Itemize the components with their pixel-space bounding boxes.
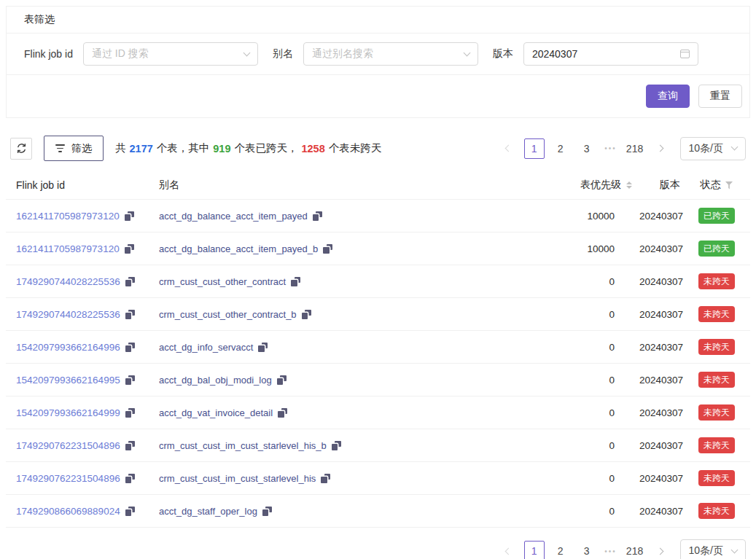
page-size-select[interactable]: 10条/页 bbox=[680, 137, 746, 160]
copy-icon[interactable] bbox=[125, 408, 135, 418]
column-header-alias: 别名 bbox=[159, 171, 530, 200]
query-button[interactable]: 查询 bbox=[646, 85, 690, 108]
flink-job-id-link[interactable]: 1621411705987973120 bbox=[16, 211, 120, 222]
page-button-1[interactable]: 1 bbox=[524, 138, 545, 159]
copy-icon[interactable] bbox=[125, 244, 134, 254]
column-header-status[interactable]: 状态 bbox=[683, 171, 750, 200]
flink-job-id-link[interactable]: 1749290744028225536 bbox=[16, 309, 120, 320]
page-size-label: 10条/页 bbox=[689, 544, 723, 558]
page-button-2[interactable]: 2 bbox=[550, 138, 571, 159]
alias-link[interactable]: acct_dg_staff_oper_log bbox=[159, 506, 257, 517]
priority-cell: 0 bbox=[530, 265, 639, 298]
page-button-3[interactable]: 3 bbox=[577, 541, 597, 559]
filter-card-title: 表筛选 bbox=[24, 13, 55, 25]
sort-icon[interactable] bbox=[626, 181, 632, 189]
copy-icon[interactable] bbox=[323, 244, 332, 254]
summary-mid1: 个表，其中 bbox=[157, 141, 210, 155]
bottom-bar: 1 2 3 ••• 218 10条/页 bbox=[10, 539, 746, 559]
reset-button[interactable]: 重置 bbox=[698, 85, 742, 108]
flink-job-id-link[interactable]: 1749290744028225536 bbox=[16, 276, 120, 287]
filter-card: 表筛选 Flink job id 通过 ID 搜索 别名 通过别名搜索 版本 bbox=[6, 6, 750, 118]
page-button-last[interactable]: 218 bbox=[625, 541, 645, 559]
copy-icon[interactable] bbox=[258, 343, 268, 352]
alias-link[interactable]: acct_dg_balance_acct_item_payed bbox=[159, 211, 308, 222]
page-size-select[interactable]: 10条/页 bbox=[680, 539, 746, 559]
tables-table: Flink job id 别名 表优先级 版本 状态 bbox=[6, 171, 750, 528]
copy-icon[interactable] bbox=[262, 507, 272, 516]
alias-link[interactable]: acct_dg_vat_invoice_detail bbox=[159, 407, 273, 418]
filter-button-label: 筛选 bbox=[71, 142, 92, 155]
alias-link[interactable]: acct_dg_bal_obj_modi_log bbox=[159, 375, 272, 386]
status-badge: 未跨天 bbox=[698, 404, 735, 420]
copy-icon[interactable] bbox=[125, 310, 135, 319]
flink-job-id-link[interactable]: 1749290762231504896 bbox=[16, 440, 120, 451]
prev-page-button[interactable] bbox=[499, 541, 518, 559]
table-row: 1749290744028225536 crm_cust_cust_other_… bbox=[6, 298, 750, 331]
flink-job-id-link[interactable]: 1542097993662164996 bbox=[16, 342, 120, 353]
filter-actions-row: 查询 重置 bbox=[7, 75, 749, 117]
version-cell: 20240307 bbox=[639, 462, 683, 495]
flink-job-id-link[interactable]: 1542097993662164995 bbox=[16, 375, 120, 386]
priority-cell: 0 bbox=[530, 429, 639, 462]
priority-cell: 0 bbox=[530, 462, 639, 495]
copy-icon[interactable] bbox=[125, 441, 135, 450]
chevron-down-icon bbox=[463, 49, 470, 56]
column-header-flink-job-id: Flink job id bbox=[6, 171, 159, 200]
alias-link[interactable]: crm_cust_cust_other_contract_b bbox=[159, 309, 297, 320]
copy-icon[interactable] bbox=[125, 507, 135, 516]
alias-link[interactable]: crm_cust_cust_other_contract bbox=[159, 276, 286, 287]
alias-link[interactable]: crm_cust_cust_im_cust_starlevel_his_b bbox=[159, 440, 327, 451]
flink-job-id-link[interactable]: 1749290762231504896 bbox=[16, 473, 120, 484]
table-header-row: Flink job id 别名 表优先级 版本 状态 bbox=[6, 171, 750, 200]
chevron-down-icon bbox=[731, 546, 739, 553]
copy-icon[interactable] bbox=[302, 310, 311, 319]
status-badge: 未跨天 bbox=[698, 372, 735, 387]
copy-icon[interactable] bbox=[321, 474, 330, 483]
flink-job-id-link[interactable]: 1542097993662164999 bbox=[16, 407, 120, 418]
pagination-top: 1 2 3 ••• 218 10条/页 bbox=[499, 137, 746, 160]
page-ellipsis[interactable]: ••• bbox=[603, 144, 619, 152]
alias-field: 别名 通过别名搜索 bbox=[273, 42, 478, 66]
copy-icon[interactable] bbox=[332, 441, 341, 450]
filter-lines-icon bbox=[55, 144, 65, 152]
column-header-priority[interactable]: 表优先级 bbox=[530, 171, 639, 200]
copy-icon[interactable] bbox=[291, 277, 300, 286]
next-page-button[interactable] bbox=[651, 138, 670, 159]
priority-cell: 10000 bbox=[530, 200, 639, 232]
page-button-2[interactable]: 2 bbox=[550, 541, 571, 559]
alias-link[interactable]: crm_cust_cust_im_cust_starlevel_his bbox=[159, 473, 316, 484]
alias-select[interactable]: 通过别名搜索 bbox=[303, 42, 478, 66]
flink-job-id-link[interactable]: 1621411705987973120 bbox=[16, 243, 120, 254]
chevron-left-icon bbox=[505, 145, 513, 152]
alias-link[interactable]: acct_dg_info_servacct bbox=[159, 342, 253, 353]
summary-prefix: 共 bbox=[115, 141, 126, 155]
version-cell: 20240307 bbox=[639, 495, 683, 528]
page-ellipsis[interactable]: ••• bbox=[603, 547, 619, 555]
copy-icon[interactable] bbox=[125, 343, 135, 352]
filter-funnel-icon[interactable] bbox=[725, 181, 733, 189]
copy-icon[interactable] bbox=[313, 211, 322, 221]
copy-icon[interactable] bbox=[278, 408, 287, 418]
flink-job-id-select[interactable]: 通过 ID 搜索 bbox=[83, 42, 258, 66]
status-badge: 未跨天 bbox=[698, 503, 735, 518]
refresh-button[interactable] bbox=[10, 138, 32, 160]
copy-icon[interactable] bbox=[125, 474, 135, 483]
filter-card-header: 表筛选 bbox=[7, 7, 749, 34]
status-badge: 未跨天 bbox=[698, 339, 735, 354]
prev-page-button[interactable] bbox=[499, 138, 518, 159]
copy-icon[interactable] bbox=[277, 375, 287, 385]
flink-job-id-link[interactable]: 1749290866069889024 bbox=[16, 506, 120, 517]
page-button-1[interactable]: 1 bbox=[524, 541, 545, 559]
filter-button[interactable]: 筛选 bbox=[44, 136, 104, 161]
calendar-icon bbox=[680, 50, 690, 58]
copy-icon[interactable] bbox=[125, 211, 134, 221]
version-cell: 20240307 bbox=[639, 364, 683, 396]
next-page-button[interactable] bbox=[651, 541, 670, 559]
alias-link[interactable]: acct_dg_balance_acct_item_payed_b bbox=[159, 243, 318, 254]
copy-icon[interactable] bbox=[125, 277, 135, 286]
page-button-last[interactable]: 218 bbox=[625, 138, 645, 159]
version-date-input[interactable]: 20240307 bbox=[523, 42, 698, 66]
copy-icon[interactable] bbox=[125, 375, 135, 385]
page-button-3[interactable]: 3 bbox=[577, 138, 597, 159]
table-row: 1542097993662164996 acct_dg_info_servacc… bbox=[6, 331, 750, 364]
